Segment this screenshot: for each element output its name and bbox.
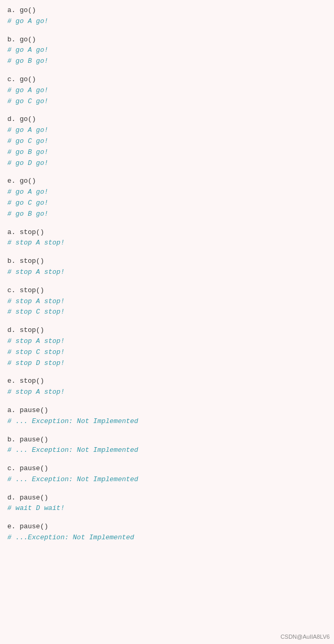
label-pause-e: e. pause() — [7, 521, 327, 532]
label-go-d: d. go() — [7, 114, 327, 125]
comment-stop-d-0: # stop A stop! — [7, 336, 327, 347]
block-stop-c: c. stop()# stop A stop!# stop C stop! — [7, 285, 327, 318]
comment-stop-b-0: # stop A stop! — [7, 267, 327, 278]
block-pause-e: e. pause()# ...Exception: Not Implemente… — [7, 521, 327, 543]
comment-go-d-0: # go A go! — [7, 125, 327, 136]
block-pause-a: a. pause()# ... Exception: Not Implement… — [7, 405, 327, 427]
comment-pause-c-0: # ... Exception: Not Implemented — [7, 474, 327, 485]
label-go-b: b. go() — [7, 35, 327, 46]
label-pause-b: b. pause() — [7, 435, 327, 446]
label-pause-c: c. pause() — [7, 463, 327, 474]
label-pause-a: a. pause() — [7, 405, 327, 416]
comment-go-d-3: # go D go! — [7, 158, 327, 169]
comment-go-e-1: # go C go! — [7, 198, 327, 209]
block-stop-e: e. stop()# stop A stop! — [7, 376, 327, 398]
block-go-b: b. go()# go A go!# go B go! — [7, 35, 327, 67]
comment-go-e-0: # go A go! — [7, 187, 327, 198]
label-stop-d: d. stop() — [7, 325, 327, 336]
comment-pause-a-0: # ... Exception: Not Implemented — [7, 416, 327, 427]
comment-stop-a-0: # stop A stop! — [7, 238, 327, 249]
block-go-a: a. go()# go A go! — [7, 5, 327, 27]
comment-go-d-2: # go B go! — [7, 147, 327, 158]
label-stop-e: e. stop() — [7, 376, 327, 387]
block-pause-b: b. pause()# ... Exception: Not Implement… — [7, 435, 327, 457]
comment-go-e-2: # go B go! — [7, 209, 327, 220]
comment-stop-d-1: # stop C stop! — [7, 347, 327, 358]
comment-pause-d-0: # wait D wait! — [7, 503, 327, 514]
label-go-e: e. go() — [7, 176, 327, 187]
comment-stop-e-0: # stop A stop! — [7, 387, 327, 398]
block-go-c: c. go()# go A go!# go C go! — [7, 74, 327, 107]
comment-go-d-1: # go C go! — [7, 136, 327, 147]
comment-go-b-0: # go A go! — [7, 45, 327, 56]
comment-stop-d-2: # stop D stop! — [7, 358, 327, 369]
comment-go-a-0: # go A go! — [7, 16, 327, 27]
label-go-a: a. go() — [7, 5, 327, 16]
label-go-c: c. go() — [7, 74, 327, 85]
comment-pause-b-0: # ... Exception: Not Implemented — [7, 445, 327, 456]
block-go-d: d. go()# go A go!# go C go!# go B go!# g… — [7, 114, 327, 169]
label-stop-b: b. stop() — [7, 256, 327, 267]
block-pause-d: d. pause()# wait D wait! — [7, 493, 327, 515]
watermark: CSDN@AuIIA8LV6 — [281, 634, 330, 640]
code-content: a. go()# go A go!b. go()# go A go!# go B… — [7, 5, 327, 543]
block-stop-d: d. stop()# stop A stop!# stop C stop!# s… — [7, 325, 327, 369]
block-go-e: e. go()# go A go!# go C go!# go B go! — [7, 176, 327, 219]
comment-go-c-0: # go A go! — [7, 85, 327, 96]
comment-go-c-1: # go C go! — [7, 96, 327, 107]
label-stop-a: a. stop() — [7, 227, 327, 238]
comment-stop-c-0: # stop A stop! — [7, 296, 327, 307]
block-stop-b: b. stop()# stop A stop! — [7, 256, 327, 278]
comment-go-b-1: # go B go! — [7, 56, 327, 67]
comment-stop-c-1: # stop C stop! — [7, 307, 327, 318]
comment-pause-e-0: # ...Exception: Not Implemented — [7, 532, 327, 543]
block-stop-a: a. stop()# stop A stop! — [7, 227, 327, 249]
block-pause-c: c. pause()# ... Exception: Not Implement… — [7, 463, 327, 485]
label-stop-c: c. stop() — [7, 285, 327, 296]
label-pause-d: d. pause() — [7, 493, 327, 504]
